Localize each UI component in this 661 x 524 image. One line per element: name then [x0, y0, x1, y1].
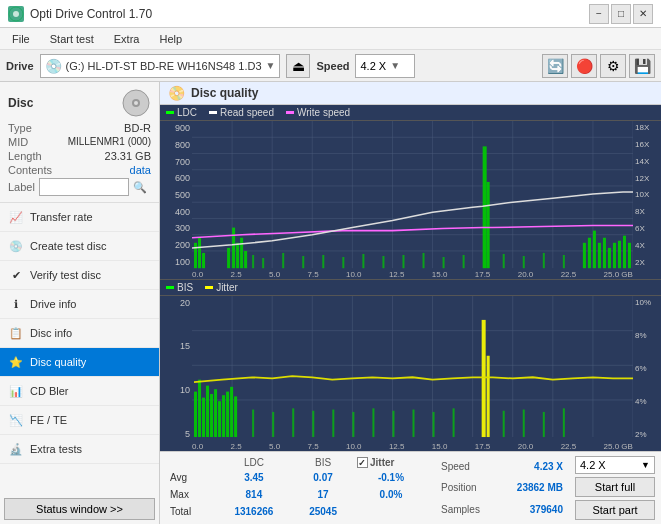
speed-row: Speed 4.23 X	[441, 461, 563, 472]
svg-rect-38	[603, 238, 606, 268]
samples-row: Samples 379640	[441, 504, 563, 515]
jitter-color-dot	[205, 286, 213, 289]
svg-point-1	[13, 11, 19, 17]
nav-disc-quality-label: Disc quality	[30, 356, 86, 368]
svg-rect-43	[628, 243, 631, 268]
disc-section: Disc Type BD-R MID MILLENMR1 (000) Leng	[0, 82, 159, 203]
y-right-6x: 6X	[635, 224, 645, 233]
sidebar-item-disc-info[interactable]: 📋 Disc info	[0, 319, 159, 348]
legend-jitter: Jitter	[205, 282, 238, 293]
maximize-button[interactable]: □	[611, 4, 631, 24]
x-label-200: 20.0	[518, 270, 534, 279]
save-button[interactable]: 💾	[629, 54, 655, 78]
y-right-6pct: 6%	[635, 364, 647, 373]
x-bottom-label-125: 12.5	[389, 442, 405, 451]
x-label-0: 0.0	[192, 270, 203, 279]
drive-selector[interactable]: 💿 (G:) HL-DT-ST BD-RE WH16NS48 1.D3 ▼	[40, 54, 281, 78]
sidebar-item-drive-info[interactable]: ℹ Drive info	[0, 290, 159, 319]
settings-button[interactable]: ⚙	[600, 54, 626, 78]
top-chart-svg-container: 0.0 2.5 5.0 7.5 10.0 12.5 15.0 17.5 20.0…	[192, 121, 633, 278]
bottom-chart-svg	[192, 296, 633, 451]
x-label-100: 10.0	[346, 270, 362, 279]
right-controls: 4.2 X ▼ Start full Start part	[575, 456, 655, 520]
speed-row-label: Speed	[441, 461, 470, 472]
verify-test-disc-icon: ✔	[8, 267, 24, 283]
sidebar-item-create-test-disc[interactable]: 💿 Create test disc	[0, 232, 159, 261]
svg-rect-54	[443, 257, 445, 268]
x-label-250: 25.0 GB	[604, 270, 633, 279]
x-bottom-label-0: 0.0	[192, 442, 203, 451]
nav-create-test-disc-label: Create test disc	[30, 240, 106, 252]
x-bottom-label-200: 20.0	[518, 442, 534, 451]
x-axis-top: 0.0 2.5 5.0 7.5 10.0 12.5 15.0 17.5 20.0…	[192, 270, 633, 279]
speed-selector[interactable]: 4.2 X ▼	[355, 54, 415, 78]
label-input[interactable]	[39, 178, 129, 196]
nav-cd-bler-label: CD Bler	[30, 385, 69, 397]
position-value: 23862 MB	[517, 482, 563, 493]
sidebar: Disc Type BD-R MID MILLENMR1 (000) Leng	[0, 82, 160, 524]
disc-title: Disc	[8, 96, 33, 110]
sidebar-item-verify-test-disc[interactable]: ✔ Verify test disc	[0, 261, 159, 290]
avg-jitter: -0.1%	[353, 469, 429, 486]
svg-rect-90	[312, 410, 314, 436]
app-icon	[8, 6, 24, 22]
label-search-icon[interactable]: 🔍	[133, 181, 147, 194]
sidebar-item-cd-bler[interactable]: 📊 CD Bler	[0, 377, 159, 406]
menu-file[interactable]: File	[4, 31, 38, 47]
x-label-50: 5.0	[269, 270, 280, 279]
svg-rect-86	[487, 355, 490, 436]
y-label-400: 400	[175, 207, 190, 217]
y-bottom-10: 10	[180, 385, 190, 395]
max-ldc: 814	[215, 486, 293, 503]
total-jitter-empty	[353, 503, 429, 520]
write-speed-color-dot	[286, 111, 294, 114]
legend-write-speed-label: Write speed	[297, 107, 350, 118]
total-bis: 25045	[293, 503, 353, 520]
extra-tests-icon: 🔬	[8, 441, 24, 457]
svg-rect-31	[244, 251, 247, 268]
svg-rect-75	[198, 379, 201, 436]
menu-help[interactable]: Help	[151, 31, 190, 47]
svg-rect-39	[608, 248, 611, 268]
sidebar-item-extra-tests[interactable]: 🔬 Extra tests	[0, 435, 159, 464]
jitter-checkbox[interactable]: ✓	[357, 457, 368, 468]
disc-type-row: Type BD-R	[8, 122, 151, 134]
speed-position-section: Speed 4.23 X Position 23862 MB Samples 3…	[437, 456, 567, 520]
menu-extra[interactable]: Extra	[106, 31, 148, 47]
x-bottom-label-75: 7.5	[307, 442, 318, 451]
stats-max-row: Max 814 17 0.0%	[166, 486, 429, 503]
svg-rect-41	[618, 241, 621, 268]
close-button[interactable]: ✕	[633, 4, 653, 24]
th-jitter-check: ✓ Jitter	[353, 456, 429, 469]
total-label: Total	[166, 503, 215, 520]
svg-rect-95	[413, 409, 415, 436]
minimize-button[interactable]: −	[589, 4, 609, 24]
svg-rect-52	[402, 255, 404, 268]
refresh-button[interactable]: 🔄	[542, 54, 568, 78]
status-window-button[interactable]: Status window >>	[4, 498, 155, 520]
disc-header: Disc	[8, 88, 151, 118]
speed-row-value: 4.23 X	[534, 461, 563, 472]
start-part-button[interactable]: Start part	[575, 500, 655, 520]
start-full-button[interactable]: Start full	[575, 477, 655, 497]
top-chart-body: 900 800 700 600 500 400 300 200 100	[160, 121, 661, 278]
svg-rect-76	[202, 397, 205, 436]
menu-start-test[interactable]: Start test	[42, 31, 102, 47]
eject-button[interactable]: ⏏	[286, 54, 310, 78]
burn-button[interactable]: 🔴	[571, 54, 597, 78]
speed-dropdown[interactable]: 4.2 X ▼	[575, 456, 655, 474]
x-label-125: 12.5	[389, 270, 405, 279]
nav-fe-te-label: FE / TE	[30, 414, 67, 426]
sidebar-item-fe-te[interactable]: 📉 FE / TE	[0, 406, 159, 435]
svg-rect-78	[210, 394, 213, 437]
sidebar-item-disc-quality[interactable]: ⭐ Disc quality	[0, 348, 159, 377]
y-axis-left-bottom: 20 15 10 5	[160, 296, 192, 451]
sidebar-item-transfer-rate[interactable]: 📈 Transfer rate	[0, 203, 159, 232]
svg-rect-82	[226, 391, 229, 436]
svg-rect-98	[503, 410, 505, 436]
svg-rect-50	[362, 254, 364, 268]
svg-rect-101	[563, 408, 565, 437]
y-right-14x: 14X	[635, 157, 649, 166]
total-ldc: 1316266	[215, 503, 293, 520]
app-title: Opti Drive Control 1.70	[30, 7, 152, 21]
